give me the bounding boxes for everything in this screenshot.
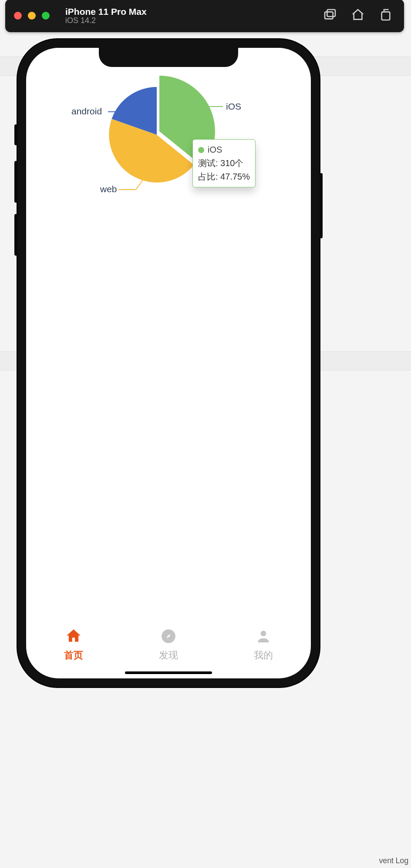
tab-home[interactable]: 首页 (26, 622, 121, 678)
minimize-icon[interactable] (28, 12, 36, 20)
tab-bar: 首页 发现 我的 (26, 622, 311, 678)
os-subtitle: iOS 14.2 (65, 17, 147, 25)
pie-label-android: android (71, 106, 102, 117)
mute-switch[interactable] (14, 124, 17, 145)
compass-icon (160, 628, 177, 646)
pie-chart[interactable]: iOS android web iOS 测试: 310个 占比: 47.75% (26, 65, 311, 204)
device-title: iPhone 11 Pro Max (65, 7, 147, 17)
pie-label-ios: iOS (226, 101, 241, 112)
zoom-icon[interactable] (42, 12, 50, 20)
pie-label-web: web (100, 184, 117, 194)
svg-rect-0 (325, 12, 333, 19)
home-tab-icon (65, 628, 82, 646)
tab-label: 发现 (159, 649, 178, 662)
tooltip-value-row: 测试: 310个 (198, 157, 250, 170)
simulator-titlebar: iPhone 11 Pro Max iOS 14.2 (5, 0, 404, 32)
device-frame: iOS android web iOS 测试: 310个 占比: 47.75% … (17, 39, 320, 687)
svg-rect-2 (382, 12, 390, 20)
home-icon[interactable] (351, 8, 365, 23)
tab-discover[interactable]: 发现 (121, 622, 216, 678)
home-indicator[interactable] (125, 671, 212, 674)
svg-line-7 (136, 180, 143, 190)
window-controls (14, 12, 50, 20)
background-text: vent Log (379, 856, 408, 865)
notch (99, 48, 238, 67)
chart-tooltip: iOS 测试: 310个 占比: 47.75% (192, 139, 256, 187)
person-icon (255, 628, 272, 646)
tooltip-title: iOS (208, 143, 222, 157)
volume-up-button[interactable] (14, 161, 17, 203)
rotate-icon[interactable] (379, 8, 393, 23)
screenshot-icon[interactable] (323, 8, 337, 23)
tab-label: 我的 (254, 649, 273, 662)
side-button[interactable] (320, 173, 323, 238)
volume-down-button[interactable] (14, 214, 17, 256)
tab-me[interactable]: 我的 (216, 622, 311, 678)
title-block: iPhone 11 Pro Max iOS 14.2 (65, 7, 147, 25)
device-screen: iOS android web iOS 测试: 310个 占比: 47.75% … (26, 48, 311, 678)
tab-label: 首页 (64, 649, 83, 662)
svg-point-9 (261, 631, 266, 636)
svg-rect-1 (327, 10, 335, 17)
tooltip-percent-row: 占比: 47.75% (198, 170, 250, 184)
tooltip-marker-icon (198, 147, 204, 153)
close-icon[interactable] (14, 12, 22, 20)
